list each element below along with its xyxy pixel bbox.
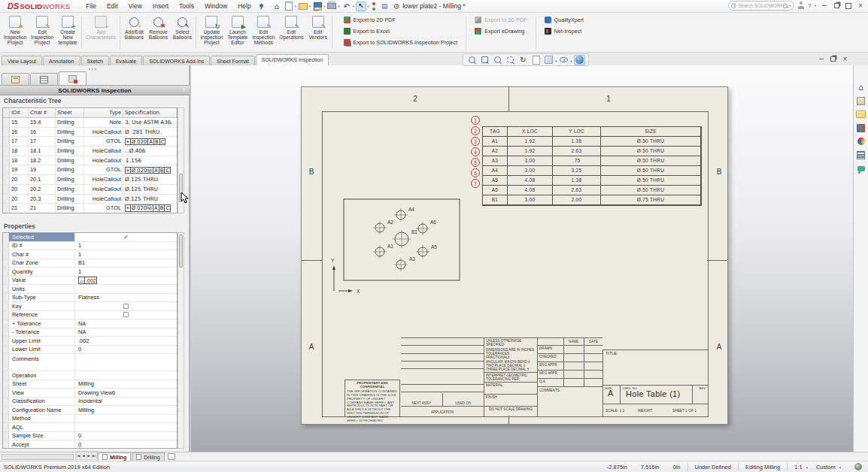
pin-menu-icon[interactable] (258, 3, 265, 10)
balloon-6[interactable]: 6 (471, 168, 480, 177)
previous-sheet-button[interactable]: ◀ (81, 452, 86, 459)
property-row[interactable]: Method (3, 415, 177, 424)
zoom-area-icon[interactable] (479, 55, 490, 65)
property-value[interactable]: NA (75, 319, 177, 328)
property-row[interactable]: - ToleranceNA (3, 328, 177, 337)
save-caret-icon[interactable]: ▾ (323, 5, 325, 8)
property-row[interactable]: Upper Limit.002 (3, 337, 177, 346)
property-value[interactable] (75, 311, 177, 319)
property-value[interactable]: Milling (75, 380, 177, 389)
balloon-3[interactable]: 3 (471, 137, 480, 146)
search-caret-icon[interactable]: ▾ (789, 4, 791, 8)
restore-button[interactable] (832, 2, 841, 11)
property-value[interactable] (75, 285, 177, 293)
select-caret-icon[interactable]: ▾ (367, 5, 369, 8)
remove-balloons-button[interactable]: RemoveBalloons (146, 14, 170, 51)
print-caret-icon[interactable]: ▾ (338, 5, 339, 8)
home-icon[interactable] (855, 82, 867, 92)
zoom-selection-icon[interactable] (505, 55, 516, 65)
property-value[interactable]: 0 (75, 440, 177, 449)
next-sheet-button[interactable]: ▶ (86, 452, 92, 459)
user-account-icon[interactable] (797, 2, 805, 10)
display-style-caret-icon[interactable]: ▾ (555, 59, 557, 63)
tree-row[interactable]: 2020.1DrillingHoleCalloutØ.125 THRU (3, 175, 177, 185)
property-value[interactable]: 1 (75, 268, 177, 276)
search-input[interactable] (738, 3, 783, 8)
search-icon[interactable] (783, 4, 788, 8)
zoom-in-out-icon[interactable] (492, 55, 503, 65)
export-edrawing-button[interactable]: Export eDrawing (471, 26, 530, 37)
property-row[interactable]: Char #1 (3, 250, 177, 259)
menu-view[interactable]: View (123, 0, 147, 12)
property-value[interactable]: ▱.002 (75, 277, 177, 285)
property-row[interactable]: Operation (3, 371, 177, 380)
tree-row[interactable]: 1616DrillingHoleCalloutØ .281 THRU (3, 128, 177, 138)
property-value[interactable] (75, 354, 177, 371)
qualityxpert-button[interactable]: QualityXpert (541, 14, 588, 26)
dropdown-caret-icon[interactable]: ▴ (806, 465, 808, 469)
property-value[interactable]: B1 (75, 259, 177, 268)
rebuild-icon[interactable] (370, 2, 378, 11)
tab-annotation[interactable]: Annotation (43, 56, 80, 65)
property-row[interactable]: ClassificationIncidental (3, 398, 177, 407)
property-row[interactable]: Configuration NameMilling (3, 406, 177, 415)
property-value[interactable] (75, 371, 177, 380)
globe-icon[interactable] (854, 463, 862, 470)
tab-view-layout[interactable]: View Layout (2, 56, 42, 65)
property-value[interactable]: Flatness (75, 294, 177, 302)
tree-row[interactable]: 1818.2DrillingHoleCallout↧.156 (3, 156, 177, 166)
forum-icon[interactable] (855, 163, 867, 174)
property-row[interactable]: Units (3, 285, 177, 294)
tree-row[interactable]: 1515.4DrillingNote3. Use ASTM A36. (3, 118, 177, 128)
first-sheet-button[interactable]: |◀ (76, 452, 81, 459)
property-row[interactable]: Char ZoneB1 (3, 259, 177, 268)
print-icon[interactable] (326, 2, 337, 11)
property-value[interactable]: 0 (75, 432, 177, 440)
tab-solidworks-add-ins[interactable]: SOLIDWORKS Add-Ins (143, 56, 210, 65)
launch-template-editor-button[interactable]: LaunchTemplateEditor (226, 14, 250, 51)
select-icon[interactable] (356, 2, 366, 11)
balloon-1[interactable]: 1 (471, 116, 480, 125)
tab-sketch[interactable]: Sketch (81, 56, 109, 65)
hide-show-items-caret-icon[interactable]: ▾ (570, 59, 572, 63)
property-value[interactable]: Drawing View6 (75, 389, 177, 397)
3d-models-icon[interactable] (855, 95, 867, 106)
search-box[interactable]: ? ▾ (728, 1, 794, 11)
sheet-tab-drilling[interactable]: Drilling (132, 452, 164, 461)
property-value[interactable] (75, 423, 177, 431)
panel-tab-characteristic-table[interactable] (30, 73, 58, 85)
menu-insert[interactable]: Insert (147, 0, 174, 12)
design-library-icon[interactable] (855, 123, 867, 133)
balloon-7[interactable]: 7 (471, 179, 480, 188)
minimize-button[interactable] (820, 2, 829, 11)
file-properties-icon[interactable] (379, 2, 390, 11)
close-button[interactable] (856, 2, 865, 11)
update-inspection-project-button[interactable]: UpdateInspectionProject (198, 14, 225, 51)
home-icon[interactable] (272, 2, 282, 11)
view-settings-icon[interactable] (574, 55, 585, 65)
panel-tab-balloon-options[interactable] (2, 73, 29, 85)
help-caret-icon[interactable]: ▾ (815, 4, 816, 8)
property-value[interactable]: ✓ (75, 233, 177, 241)
property-value[interactable] (75, 415, 177, 423)
new-document-caret-icon[interactable]: ▾ (295, 5, 296, 8)
export-to-2d-pdf-button[interactable]: Export to 2D PDF (340, 14, 462, 26)
edit-operations-button[interactable]: EditOperations (277, 14, 305, 51)
property-value[interactable]: .002 (75, 337, 177, 345)
checkbox-icon[interactable] (123, 304, 129, 309)
tab-solidworks-inspection[interactable]: SOLIDWORKS Inspection (256, 54, 329, 65)
help-menu[interactable]: ? (808, 2, 811, 9)
property-row[interactable]: Selected✓ (3, 233, 177, 242)
last-sheet-button[interactable]: ▶| (92, 452, 97, 459)
checkbox-checked-icon[interactable]: ✓ (123, 234, 129, 241)
tab-sheet-format[interactable]: Sheet Format (211, 56, 254, 65)
edit-inspection-project-button[interactable]: EditInspectionProject (29, 14, 56, 51)
property-row[interactable]: Lower Limit0 (3, 346, 177, 355)
doc-close-button[interactable] (842, 56, 848, 62)
zoom-fit-icon[interactable] (466, 55, 478, 65)
property-row[interactable]: ViewDrawing View6 (3, 389, 177, 398)
edit-inspection-methods-button[interactable]: EditInspectionMethods (250, 14, 277, 51)
maximize-button[interactable] (844, 2, 853, 11)
sheet-tab-milling[interactable]: Milling (98, 452, 131, 461)
property-row[interactable]: Comments (3, 354, 177, 371)
